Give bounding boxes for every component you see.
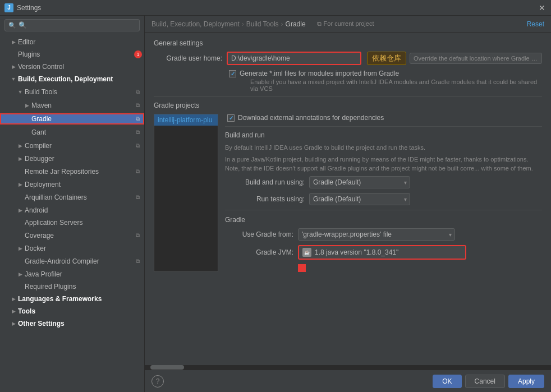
expand-arrow: ▶ [9, 39, 18, 45]
sidebar-item-app-servers[interactable]: Application Servers [0, 216, 144, 229]
expand-arrow: ▶ [9, 64, 18, 70]
sidebar-item-label: Languages & Frameworks [18, 295, 142, 303]
right-panel: Build, Execution, Deployment › Build Too… [145, 16, 551, 392]
run-tests-using-select[interactable]: Gradle (Default) [309, 193, 410, 205]
sidebar-item-android[interactable]: ▶ Android [0, 204, 144, 216]
badge-icon: 1 [134, 50, 142, 58]
sidebar-item-arquillian[interactable]: Arquillian Containers ⧉ [0, 191, 144, 204]
gradle-home-hint: Override the default location where Grad… [410, 53, 542, 64]
help-button[interactable]: ? [151, 375, 164, 388]
error-square-icon [298, 264, 306, 272]
copy-icon: ⧉ [133, 193, 142, 202]
run-tests-using-wrapper: Gradle (Default) [309, 193, 410, 205]
build-run-using-wrapper: Gradle (Default) [309, 176, 410, 188]
bottom-bar: ? OK Cancel Apply [145, 370, 551, 392]
generate-iml-label: Generate *.iml files for modules importe… [240, 70, 542, 77]
generate-iml-checkbox[interactable] [229, 70, 236, 77]
sidebar-item-label: Arquillian Containers [25, 193, 131, 201]
sidebar-item-gant[interactable]: Gant ⧉ [0, 126, 144, 139]
sidebar-item-required-plugins[interactable]: Required Plugins [0, 280, 144, 293]
for-current-project-label: ⧉For current project [317, 20, 374, 27]
sidebar-item-remote-jar[interactable]: Remote Jar Repositories ⧉ [0, 165, 144, 178]
search-box[interactable]: 🔍 [4, 19, 140, 31]
generate-iml-row: Generate *.iml files for modules importe… [227, 70, 542, 92]
copy-icon: ⧉ [133, 101, 142, 110]
expand-arrow: ▶ [16, 207, 25, 213]
sidebar-item-gradle-android[interactable]: Gradle-Android Compiler ⧉ [0, 255, 144, 268]
sidebar-item-languages[interactable]: ▶ Languages & Frameworks [0, 293, 144, 305]
sidebar-item-debugger[interactable]: ▶ Debugger [0, 153, 144, 165]
expand-arrow: ▼ [9, 76, 18, 82]
breadcrumb-part1: Build, Execution, Deployment [151, 20, 240, 28]
apply-button[interactable]: Apply [508, 375, 544, 388]
java-icon: ☕ [302, 248, 311, 257]
copy-icon: ⧉ [133, 257, 142, 266]
search-input[interactable] [19, 21, 136, 29]
sidebar-item-gradle[interactable]: Gradle ⧉ [0, 112, 144, 126]
project-item[interactable]: intellij-platform-plu [154, 114, 218, 126]
divider2 [225, 126, 542, 127]
copy-icon: ⧉ [133, 114, 142, 123]
sidebar-item-coverage[interactable]: Coverage ⧉ [0, 229, 144, 242]
sidebar-item-label: Docker [25, 245, 142, 252]
reset-button[interactable]: Reset [527, 20, 544, 28]
sidebar-item-label: Android [25, 206, 142, 214]
sidebar-item-label: Other Settings [18, 320, 142, 328]
project-list: intellij-platform-plu [154, 114, 218, 272]
sidebar-item-build-tools[interactable]: ▼ Build Tools ⧉ [0, 85, 144, 99]
sidebar-item-deployment[interactable]: ▶ Deployment [0, 178, 144, 191]
gradle-projects-area: intellij-platform-plu Download external … [154, 114, 542, 272]
gradle-jvm-field[interactable]: ☕ 1.8 java version "1.8.0_341" [298, 245, 466, 260]
sidebar-item-docker[interactable]: ▶ Docker [0, 242, 144, 255]
settings-content: General settings Gradle user home: 依赖仓库 … [145, 33, 551, 365]
use-gradle-from-label: Use Gradle from: [225, 230, 298, 238]
gradle-projects-title: Gradle projects [154, 102, 542, 109]
generate-iml-hint: Enable if you have a mixed project with … [250, 79, 542, 92]
sidebar-item-build-exec-deploy[interactable]: ▼ Build, Execution, Deployment [0, 73, 144, 85]
gradle-home-input[interactable] [227, 52, 361, 65]
sidebar-item-other-settings[interactable]: ▶ Other Settings [0, 317, 144, 330]
sidebar-item-plugins[interactable]: Plugins 1 [0, 48, 144, 61]
gradle-home-row: Gradle user home: 依赖仓库 Override the defa… [154, 52, 542, 65]
error-indicator [298, 264, 542, 272]
use-gradle-from-select[interactable]: 'gradle-wrapper.properties' file [298, 228, 455, 241]
sidebar-item-label: Build Tools [25, 88, 131, 96]
sidebar-item-version-control[interactable]: ▶ Version Control [0, 61, 144, 73]
close-button[interactable]: ✕ [538, 3, 547, 12]
breadcrumb-part2: Build Tools [246, 20, 279, 28]
copy-icon: ⧉ [133, 87, 142, 96]
build-run-using-row: Build and run using: Gradle (Default) [225, 176, 542, 188]
sidebar-item-compiler[interactable]: ▶ Compiler ⧉ [0, 139, 144, 153]
build-run-hint2: In a pure Java/Kotlin project, building … [225, 155, 542, 173]
copy-icon: ⧉ [133, 128, 142, 137]
search-icon: 🔍 [8, 22, 16, 29]
sidebar-item-tools[interactable]: ▶ Tools [0, 305, 144, 317]
build-run-hint1: By default IntelliJ IDEA uses Gradle to … [225, 144, 542, 152]
sidebar-item-label: Java Profiler [25, 270, 142, 278]
scrollbar-thumb[interactable] [150, 365, 184, 370]
sidebar-item-label: Debugger [25, 155, 142, 163]
sidebar-item-label: Compiler [25, 142, 131, 150]
gradle-home-label: Gradle user home: [154, 54, 227, 62]
download-annotations-checkbox[interactable] [227, 114, 235, 122]
copy-icon: ⧉ [133, 141, 142, 150]
sidebar-item-editor[interactable]: ▶ Editor [0, 36, 144, 48]
ok-button[interactable]: OK [433, 375, 461, 388]
sidebar-item-label: Version Control [18, 63, 142, 71]
general-section-title: General settings [154, 39, 542, 47]
expand-arrow: ▶ [16, 246, 25, 251]
breadcrumb-sep2: › [281, 20, 283, 28]
use-gradle-from-wrapper: 'gradle-wrapper.properties' file [298, 228, 455, 241]
app-icon: J [4, 3, 13, 12]
cancel-button[interactable]: Cancel [465, 375, 505, 388]
sidebar-item-maven[interactable]: ▶ Maven ⧉ [0, 99, 144, 112]
horizontal-scrollbar[interactable] [145, 365, 551, 370]
download-annotations-row: Download external annotations for depend… [225, 114, 542, 122]
breadcrumb-current: Gradle [286, 20, 306, 28]
settings-window: J Settings ✕ 🔍 ▶ Editor [0, 0, 551, 392]
sidebar-item-label: Gradle [31, 115, 131, 123]
build-run-using-select[interactable]: Gradle (Default) [309, 176, 410, 188]
breadcrumb-bar: Build, Execution, Deployment › Build Too… [145, 16, 551, 33]
sidebar-item-label: Maven [31, 102, 131, 109]
sidebar-item-java-profiler[interactable]: ▶ Java Profiler [0, 268, 144, 280]
